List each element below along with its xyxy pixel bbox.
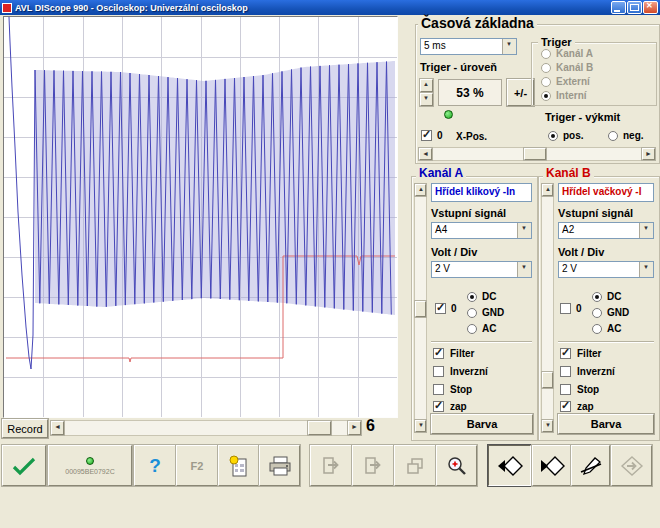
scroll-right-icon[interactable] — [642, 148, 655, 160]
channel-b-invert-checkbox[interactable]: Inverzní — [560, 366, 615, 377]
window-layers-button[interactable] — [394, 445, 436, 486]
timebase-select[interactable]: 5 ms — [420, 38, 517, 55]
channel-a-coupling-ac[interactable]: AC — [467, 323, 496, 334]
radio-icon[interactable] — [541, 91, 551, 101]
checkbox-icon[interactable] — [560, 366, 571, 377]
scroll-up-icon[interactable] — [542, 184, 553, 196]
checkbox-icon[interactable] — [560, 401, 571, 412]
channel-b-signal-name[interactable]: Hřídel vačkový -I — [558, 183, 654, 202]
export-next-button[interactable] — [352, 445, 394, 486]
trigger-polarity-button[interactable]: +/- — [507, 79, 534, 106]
channel-b-filter-checkbox[interactable]: Filter — [560, 348, 601, 359]
channel-b-coupling-gnd[interactable]: GND — [592, 307, 629, 318]
xpos-scrollbar[interactable] — [418, 147, 656, 161]
radio-icon[interactable] — [548, 131, 558, 141]
radio-icon[interactable] — [541, 63, 551, 73]
minimize-button[interactable] — [611, 1, 626, 14]
chevron-down-icon[interactable] — [639, 223, 653, 238]
xpos-scroll-thumb[interactable] — [524, 148, 546, 160]
channel-b-stop-checkbox[interactable]: Stop — [560, 384, 599, 395]
scroll-down-icon[interactable] — [542, 420, 553, 432]
channel-a-scroll-thumb[interactable] — [415, 301, 426, 317]
record-button[interactable]: Record — [2, 419, 48, 438]
channel-a-stop-checkbox[interactable]: Stop — [433, 384, 472, 395]
trigger-source-kanal-a[interactable]: Kanál A — [541, 48, 593, 59]
checkbox-icon[interactable] — [433, 366, 444, 377]
scroll-left-icon[interactable] — [51, 421, 64, 435]
checkbox-icon[interactable] — [433, 384, 444, 395]
go-marker-button[interactable] — [611, 445, 652, 486]
trigger-source-interni[interactable]: Interní — [541, 90, 587, 101]
radio-icon[interactable] — [541, 77, 551, 87]
f2-button[interactable]: F2 — [176, 445, 218, 486]
xpos-zero-checkbox[interactable]: 0 — [421, 130, 443, 141]
marker-left-button[interactable] — [488, 445, 531, 486]
channel-a-coupling-gnd[interactable]: GND — [467, 307, 504, 318]
help-button[interactable]: ? — [134, 445, 176, 486]
slope-neg-radio[interactable]: neg. — [608, 130, 644, 141]
channel-b-input-select[interactable]: A2 — [558, 222, 654, 239]
report-button[interactable] — [218, 445, 259, 486]
checkbox-icon[interactable] — [435, 303, 446, 314]
scroll-left-icon[interactable] — [419, 148, 432, 160]
print-button[interactable] — [259, 445, 300, 486]
chevron-down-icon[interactable] — [639, 262, 653, 277]
channel-a-invert-checkbox[interactable]: Inverzní — [433, 366, 488, 377]
radio-icon[interactable] — [592, 324, 602, 334]
channel-b-zero-checkbox[interactable]: 0 — [560, 303, 582, 314]
channel-a-on-checkbox[interactable]: zap — [433, 401, 467, 412]
chevron-down-icon[interactable] — [517, 223, 531, 238]
trigger-level-label: Triger - úroveň — [420, 61, 497, 73]
channel-b-coupling-dc[interactable]: DC — [592, 291, 621, 302]
channel-a-color-button[interactable]: Barva — [431, 414, 533, 434]
scroll-down-icon[interactable] — [415, 420, 426, 432]
trigger-level-display: 53 % — [438, 79, 502, 106]
radio-icon[interactable] — [467, 292, 477, 302]
channel-a-signal-name[interactable]: Hřídel klikový -In — [431, 183, 532, 202]
radio-icon[interactable] — [467, 324, 477, 334]
channel-a-coupling-dc[interactable]: DC — [467, 291, 496, 302]
radio-icon[interactable] — [467, 308, 477, 318]
app-icon — [2, 3, 12, 13]
trigger-source-kanal-b[interactable]: Kanál B — [541, 62, 593, 73]
chevron-down-icon[interactable] — [502, 39, 516, 54]
scroll-right-icon[interactable] — [348, 421, 361, 435]
radio-icon[interactable] — [608, 131, 618, 141]
channel-b-color-button[interactable]: Barva — [558, 414, 654, 434]
record-scroll-thumb[interactable] — [308, 421, 331, 435]
channel-b-position-scrollbar[interactable] — [541, 183, 554, 433]
checkbox-icon[interactable] — [560, 303, 571, 314]
channel-b-scroll-thumb[interactable] — [542, 372, 553, 388]
trigger-level-up-button[interactable] — [420, 79, 433, 92]
checkbox-icon[interactable] — [433, 401, 444, 412]
export-prev-button[interactable] — [310, 445, 352, 486]
trigger-level-down-button[interactable] — [420, 93, 433, 106]
channel-b-on-checkbox[interactable]: zap — [560, 401, 594, 412]
checkbox-icon[interactable] — [560, 348, 571, 359]
channel-a-filter-checkbox[interactable]: Filter — [433, 348, 474, 359]
trigger-source-externi[interactable]: Externí — [541, 76, 590, 87]
device-status-button[interactable]: 00095BE0792C — [48, 445, 132, 486]
zoom-button[interactable] — [436, 445, 477, 486]
slope-pos-radio[interactable]: pos. — [548, 130, 584, 141]
confirm-button[interactable] — [2, 445, 46, 486]
no-edit-button[interactable] — [571, 445, 610, 486]
scroll-up-icon[interactable] — [415, 184, 426, 196]
chevron-down-icon[interactable] — [517, 262, 531, 277]
close-button[interactable] — [643, 1, 658, 14]
radio-icon[interactable] — [541, 49, 551, 59]
radio-icon[interactable] — [592, 292, 602, 302]
channel-a-voltdiv-select[interactable]: 2 V — [431, 261, 532, 278]
channel-a-position-scrollbar[interactable] — [414, 183, 427, 433]
record-scrollbar[interactable] — [50, 420, 362, 436]
radio-icon[interactable] — [592, 308, 602, 318]
channel-b-voltdiv-select[interactable]: 2 V — [558, 261, 654, 278]
channel-b-coupling-ac[interactable]: AC — [592, 323, 621, 334]
channel-a-zero-checkbox[interactable]: 0 — [435, 303, 457, 314]
channel-a-input-select[interactable]: A4 — [431, 222, 532, 239]
marker-right-button[interactable] — [532, 445, 571, 486]
checkbox-icon[interactable] — [421, 130, 432, 141]
checkbox-icon[interactable] — [433, 348, 444, 359]
maximize-button[interactable] — [627, 1, 642, 14]
checkbox-icon[interactable] — [560, 384, 571, 395]
